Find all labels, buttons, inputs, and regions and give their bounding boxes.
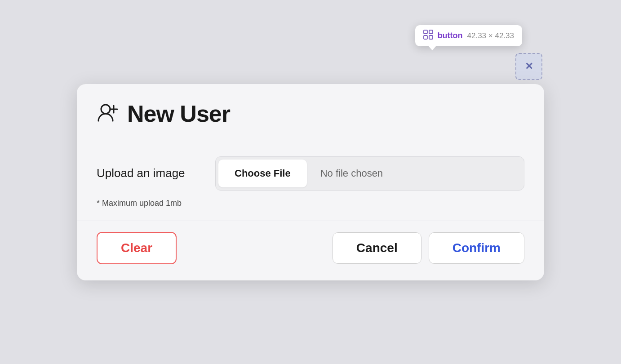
tooltip-type-label: button [438, 31, 463, 40]
header-left: New User [97, 100, 230, 127]
dialog-title: New User [127, 100, 230, 127]
close-x-icon: ✕ [525, 62, 533, 71]
tooltip-dimensions: 42.33 × 42.33 [467, 31, 514, 40]
confirm-button[interactable]: Confirm [429, 232, 524, 264]
file-upload-row: Upload an image Choose File No file chos… [97, 156, 524, 191]
svg-rect-2 [424, 36, 427, 39]
svg-rect-3 [429, 36, 433, 39]
choose-file-button[interactable]: Choose File [218, 160, 307, 187]
upload-label: Upload an image [97, 166, 204, 180]
clear-button[interactable]: Clear [97, 232, 177, 264]
tooltip-icon [423, 30, 433, 42]
dialog-footer: Clear Cancel Confirm [77, 221, 544, 280]
tooltip-bubble: button 42.33 × 42.33 [415, 25, 522, 46]
dialog-body: Upload an image Choose File No file chos… [77, 140, 544, 221]
footer-right-buttons: Cancel Confirm [333, 232, 524, 264]
user-plus-icon [97, 101, 120, 126]
new-user-dialog: New User Upload an image Choose File No … [77, 84, 544, 280]
file-input-wrapper: Choose File No file chosen [215, 156, 524, 191]
close-button-highlighted[interactable]: ✕ [515, 53, 542, 80]
svg-rect-1 [429, 30, 433, 34]
dialog-header: New User [77, 84, 544, 140]
cancel-button[interactable]: Cancel [333, 232, 421, 264]
svg-point-4 [101, 105, 110, 114]
no-file-text: No file chosen [310, 168, 394, 179]
close-button-placeholder [505, 104, 524, 124]
svg-rect-0 [424, 30, 427, 34]
max-upload-note: * Maximum upload 1mb [97, 199, 524, 208]
